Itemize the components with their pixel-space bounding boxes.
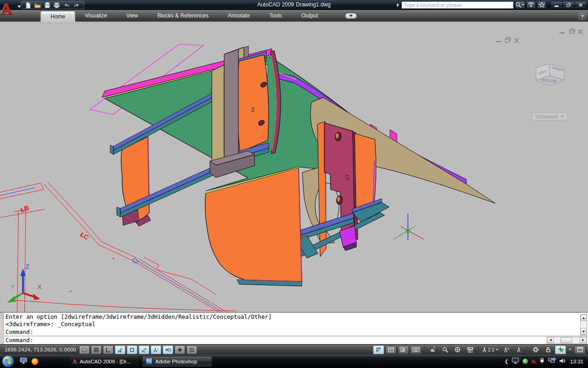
command-vertical-scrollbar[interactable]: ▲ ▼: [580, 314, 587, 335]
ribbon-minimize-button[interactable]: [345, 13, 357, 19]
tray-network-icon[interactable]: [548, 357, 556, 366]
tray-update-icon[interactable]: [522, 358, 528, 364]
tab-visualize[interactable]: Visualize: [75, 10, 117, 22]
ducs-toggle[interactable]: [151, 345, 161, 354]
annotation-autoscale-button[interactable]: [513, 345, 524, 354]
red-wireframe-drawing: [0, 182, 239, 312]
named-view-label: Unnamed: [536, 114, 558, 119]
viewport-window-controls-upper[interactable]: [560, 29, 582, 34]
zoom-button[interactable]: [440, 345, 451, 354]
ribbon-tab-bar: Home Visualize View Blocks & References …: [0, 10, 588, 22]
steering-wheel-button[interactable]: [452, 345, 463, 354]
pan-button[interactable]: [427, 345, 438, 354]
polar-toggle[interactable]: [115, 345, 125, 354]
otrack-toggle[interactable]: [139, 345, 149, 354]
app-menu-caret-icon: [17, 6, 21, 8]
save-icon[interactable]: [44, 2, 51, 8]
drawing-canvas[interactable]: Ł6 C5: [0, 23, 588, 312]
annotation-scale-value: 1:1: [488, 347, 494, 352]
close-button[interactable]: ✕: [575, 1, 587, 8]
ucs-icon: Z Y X: [7, 263, 42, 303]
toolbar-lock-button[interactable]: [543, 345, 554, 354]
annotation-visibility-button[interactable]: [501, 345, 512, 354]
coordinates-readout[interactable]: 1656.2424, 713.2626, 0.0000: [0, 347, 79, 352]
command-input[interactable]: Command: ◀ ▶: [4, 336, 588, 344]
start-button[interactable]: [2, 355, 14, 368]
tray-collapse-icon[interactable]: ❮: [504, 358, 509, 364]
command-history-line: Command:: [6, 328, 586, 336]
osnap-toggle[interactable]: [127, 345, 137, 354]
command-history[interactable]: Enter an option [2dwireframe/3dwireframe…: [4, 313, 588, 336]
clean-screen-button[interactable]: [574, 345, 585, 354]
tab-blocks-references[interactable]: Blocks & References: [148, 10, 218, 22]
ucs-x-label: X: [38, 283, 42, 290]
snap-toggle[interactable]: [79, 345, 90, 354]
viewport-window-controls-lower[interactable]: [496, 38, 519, 43]
quick-view-drawings-button[interactable]: [398, 345, 409, 354]
ribbon-edge-strip: [0, 22, 588, 23]
communication-center-icon[interactable]: [526, 1, 536, 9]
ortho-toggle[interactable]: [103, 345, 113, 354]
firefox-icon[interactable]: [31, 358, 39, 365]
undo-icon[interactable]: [63, 2, 70, 8]
scroll-up-icon[interactable]: ▲: [581, 315, 587, 321]
tab-output[interactable]: Output: [292, 10, 328, 22]
command-history-line: Enter an option [2dwireframe/3dwireframe…: [6, 313, 586, 321]
quick-view-layouts-button[interactable]: [385, 345, 396, 354]
minimize-button[interactable]: [551, 1, 563, 8]
ucs-z-label: Z: [26, 263, 29, 270]
command-horizontal-scrollbar[interactable]: ◀ ▶: [547, 337, 587, 344]
system-tray: ❮ K 13:31: [504, 357, 588, 366]
dyn-toggle[interactable]: [163, 345, 173, 354]
task-photoshop[interactable]: Ps Adobe Photoshop: [142, 356, 212, 367]
chevron-down-icon: [349, 15, 353, 17]
quick-properties-toggle[interactable]: [187, 345, 197, 354]
open-file-icon[interactable]: [34, 2, 41, 8]
lwt-toggle[interactable]: [175, 345, 185, 354]
search-input[interactable]: [401, 1, 514, 9]
window-controls: ✕: [550, 1, 587, 9]
tray-display-icon[interactable]: [512, 357, 519, 366]
command-window[interactable]: Enter an option [2dwireframe/3dwireframe…: [0, 312, 588, 344]
drafting-settings-check-button[interactable]: [555, 345, 566, 354]
drafting-toggles: [79, 345, 197, 354]
taskbar-clock[interactable]: 13:31: [570, 359, 583, 364]
infocenter-expand-icon[interactable]: [397, 3, 399, 7]
help-button[interactable]: ?: [579, 13, 586, 20]
tray-power-icon[interactable]: [539, 357, 545, 366]
tab-home[interactable]: Home: [40, 11, 75, 22]
3d-model[interactable]: Ł6 C5: [102, 46, 495, 286]
quick-launch: [20, 357, 39, 366]
favorites-star-icon[interactable]: [537, 1, 546, 9]
viewcube[interactable]: LEFT FRONT BOTTOM: [536, 64, 565, 86]
tab-view[interactable]: View: [117, 10, 148, 22]
scroll-down-icon[interactable]: ▼: [581, 328, 587, 335]
scrollbar-thumb[interactable]: [560, 337, 572, 343]
restore-button[interactable]: [563, 1, 575, 8]
new-file-icon[interactable]: [25, 2, 31, 9]
named-view-dropdown[interactable]: Unnamed: [532, 112, 568, 121]
tray-volume-icon[interactable]: [559, 357, 565, 366]
scroll-left-icon[interactable]: ◀: [547, 337, 554, 343]
scroll-right-icon[interactable]: ▶: [580, 337, 587, 343]
autocad-icon: A: [73, 358, 77, 365]
kaspersky-icon[interactable]: K: [531, 358, 536, 365]
tab-tools[interactable]: Tools: [260, 10, 292, 22]
layout-thumbnails-button[interactable]: [410, 345, 421, 354]
search-icon[interactable]: [515, 1, 525, 9]
redo-icon[interactable]: [73, 2, 80, 8]
status-menu-arrow[interactable]: [567, 345, 573, 354]
workspace-gear-button[interactable]: [530, 345, 541, 354]
annotation-scale-button[interactable]: 1:1: [481, 345, 499, 354]
command-window-grip[interactable]: [0, 313, 4, 344]
grid-toggle[interactable]: [91, 345, 102, 354]
title-bar: AutoCAD 2009Drawing1.dwg ✕: [0, 0, 588, 10]
show-desktop-icon[interactable]: [20, 357, 27, 366]
model-button[interactable]: [373, 345, 384, 354]
task-autocad[interactable]: A AutoCAD 2009 - [Dr...: [69, 356, 139, 367]
tab-annotate[interactable]: Annotate: [218, 10, 260, 22]
plot-icon[interactable]: [53, 2, 60, 8]
status-bar: 1656.2424, 713.2626, 0.0000: [0, 344, 588, 355]
showmotion-button[interactable]: [464, 345, 475, 354]
application-menu-button[interactable]: A: [1, 0, 17, 21]
